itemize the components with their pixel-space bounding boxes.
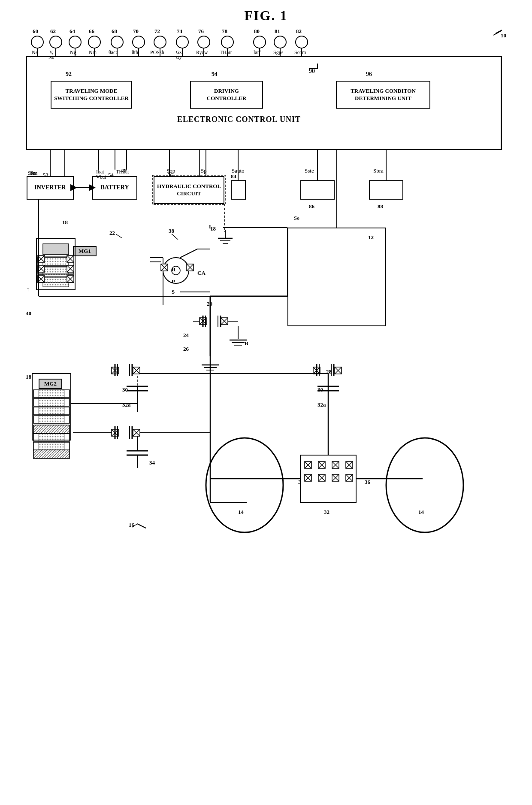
svg-line-183 bbox=[313, 367, 320, 374]
svg-line-156 bbox=[332, 462, 339, 468]
svg-line-39 bbox=[38, 255, 45, 262]
svg-rect-49 bbox=[67, 265, 74, 272]
svg-rect-40 bbox=[38, 265, 45, 272]
svg-line-51 bbox=[67, 265, 74, 272]
ref-34: 34 bbox=[149, 459, 155, 466]
svg-line-149 bbox=[305, 462, 311, 468]
ref-86: 86 bbox=[309, 203, 314, 210]
svg-line-200 bbox=[137, 524, 146, 528]
svg-line-68 bbox=[187, 264, 193, 271]
svg-line-45 bbox=[38, 276, 45, 283]
svg-rect-141 bbox=[33, 442, 70, 450]
ref-28-1: 28 bbox=[133, 368, 139, 375]
thbat-label: THbat bbox=[116, 169, 129, 175]
svg-line-165 bbox=[318, 474, 325, 481]
svg-line-150 bbox=[305, 462, 311, 468]
ref-32a-2: 32a bbox=[317, 401, 326, 408]
svg-line-210 bbox=[172, 234, 178, 240]
svg-line-164 bbox=[318, 474, 325, 481]
hydraulic-box: HYDRAULIC CONTROLCIRCUIT bbox=[154, 176, 224, 204]
box-12 bbox=[287, 228, 386, 326]
svg-rect-36 bbox=[43, 277, 69, 287]
ref-18-1: 18 bbox=[62, 219, 68, 226]
box-94: DRIVINGCONTROLLER bbox=[190, 81, 263, 109]
ca-label: CA bbox=[197, 270, 206, 276]
svg-rect-72 bbox=[200, 318, 206, 325]
svg-line-54 bbox=[67, 276, 74, 283]
svg-line-76 bbox=[221, 318, 228, 325]
box-96: TRAVELING CONDITONDETERMINING UNIT bbox=[336, 81, 430, 109]
sauto-label: Sauto bbox=[232, 167, 245, 174]
ref-38: 38 bbox=[169, 228, 174, 234]
page: FIG. 1 10 60 Ne 62 V,No 64 Ng 66 Nm 68 θ… bbox=[0, 0, 532, 805]
svg-line-130 bbox=[112, 429, 118, 436]
ref-26: 26 bbox=[183, 346, 189, 352]
vbat-label: Vbat bbox=[96, 174, 106, 180]
ref-20: 20 bbox=[207, 301, 212, 307]
ref-22: 22 bbox=[109, 230, 115, 237]
ref-36-2: 36 bbox=[365, 479, 370, 486]
svg-line-74 bbox=[200, 318, 206, 325]
svg-rect-35 bbox=[43, 267, 69, 276]
ref-88: 88 bbox=[378, 203, 383, 210]
svg-line-47 bbox=[67, 255, 74, 262]
svg-rect-37 bbox=[38, 255, 45, 262]
mg2-label: MG2 bbox=[39, 379, 62, 389]
ref-40-arrow: ↑ bbox=[27, 286, 30, 293]
svg-rect-166 bbox=[332, 474, 339, 481]
svg-line-44 bbox=[38, 276, 45, 283]
svg-rect-52 bbox=[67, 276, 74, 283]
svg-line-161 bbox=[305, 474, 311, 481]
sop-label: Sop bbox=[166, 167, 175, 174]
svg-line-152 bbox=[318, 462, 325, 468]
svg-rect-131 bbox=[133, 429, 140, 436]
sbra-label: Sbra bbox=[373, 167, 384, 174]
svg-line-38 bbox=[38, 255, 45, 262]
svg-line-159 bbox=[346, 462, 353, 468]
r-label: R bbox=[172, 266, 175, 273]
svg-line-155 bbox=[332, 462, 339, 468]
ref-32: 32 bbox=[324, 509, 329, 516]
svg-point-62 bbox=[163, 258, 189, 283]
svg-line-171 bbox=[346, 474, 353, 481]
ref-14-2: 14 bbox=[418, 509, 424, 516]
svg-line-69 bbox=[187, 264, 193, 271]
inverter-box: INVERTER bbox=[27, 176, 74, 200]
ref-92: 92 bbox=[66, 71, 72, 78]
svg-rect-104 bbox=[39, 407, 64, 415]
svg-line-209 bbox=[116, 234, 122, 238]
svg-rect-157 bbox=[346, 462, 353, 468]
svg-rect-34 bbox=[43, 257, 69, 266]
svg-rect-140 bbox=[33, 434, 70, 441]
svg-line-73 bbox=[200, 318, 206, 325]
ref-94: 94 bbox=[212, 71, 218, 78]
figure-title: FIG. 1 bbox=[0, 0, 532, 24]
svg-line-50 bbox=[67, 265, 74, 272]
sste-label: Sste bbox=[305, 167, 314, 174]
svg-line-153 bbox=[318, 462, 325, 468]
svg-rect-184 bbox=[335, 367, 342, 374]
svg-point-145 bbox=[206, 438, 283, 532]
svg-line-162 bbox=[305, 474, 311, 481]
svg-rect-105 bbox=[39, 416, 64, 423]
svg-rect-100 bbox=[33, 407, 70, 415]
ref-30-2: 30 bbox=[317, 386, 323, 393]
svg-rect-43 bbox=[38, 276, 45, 283]
ref-24: 24 bbox=[183, 332, 189, 339]
svg-line-133 bbox=[133, 429, 140, 436]
svg-rect-147 bbox=[300, 455, 356, 502]
svg-rect-154 bbox=[332, 462, 339, 468]
box-92: TRAVELING MODESWITCHING CONTROLLER bbox=[51, 81, 132, 109]
sm-label: Sm bbox=[28, 170, 35, 176]
ref-32a-1: 32a bbox=[122, 401, 131, 408]
svg-rect-103 bbox=[39, 398, 64, 406]
ref-16: 16 bbox=[129, 522, 134, 529]
svg-rect-160 bbox=[305, 474, 311, 481]
svg-rect-110 bbox=[112, 367, 118, 374]
svg-line-132 bbox=[133, 429, 140, 436]
svg-rect-99 bbox=[33, 398, 70, 406]
svg-line-59 bbox=[180, 249, 197, 258]
ref-40: 40 bbox=[26, 310, 31, 317]
svg-line-48 bbox=[67, 255, 74, 262]
box-84 bbox=[231, 180, 246, 200]
